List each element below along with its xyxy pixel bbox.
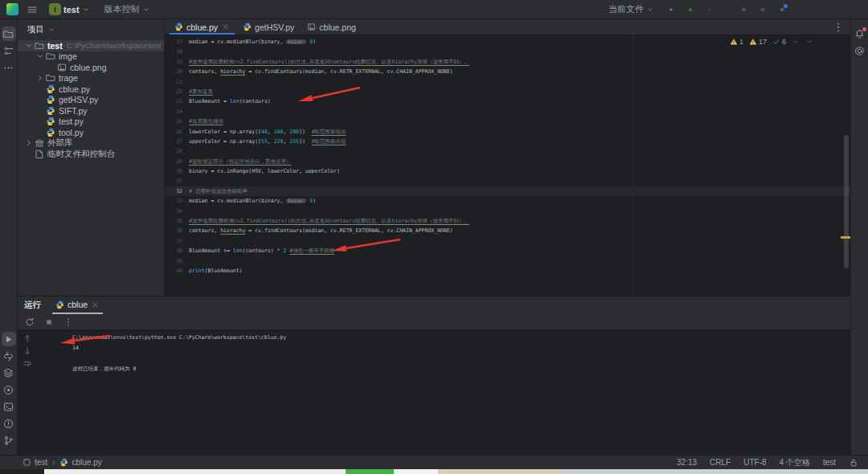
status-indent-style[interactable]: 4 个空格 (780, 457, 810, 468)
add-user-icon[interactable] (738, 4, 749, 15)
code-line[interactable]: 31 (165, 176, 850, 186)
project-widget[interactable]: t test (46, 2, 93, 17)
tab-options-icon[interactable] (833, 22, 844, 33)
code-line[interactable]: 29#提取指定部分（指定区域变白，其他变黑） (165, 157, 850, 166)
tree-item-cblue.png[interactable]: cblue.png (18, 62, 164, 73)
tree-item-imge[interactable]: imge (18, 51, 164, 63)
rail-project-folder-button[interactable] (2, 27, 16, 41)
code-line[interactable]: 27upperColor = np.array([55, 220, 255]) … (165, 137, 850, 146)
line-number[interactable]: 28 (165, 146, 189, 156)
code-line[interactable]: 34 (165, 206, 850, 216)
tree-item-test.py[interactable]: test.py (18, 116, 164, 128)
rail-run-button[interactable] (2, 332, 16, 346)
code-line[interactable]: 22#累加蓝量 (165, 87, 850, 96)
status-file-encoding[interactable]: UTF-8 (743, 458, 766, 467)
scroll-up-icon[interactable] (23, 333, 32, 343)
code-line[interactable]: 23BlueAmount = len(contours) (165, 96, 850, 106)
breadcrumb-item-test[interactable]: test (23, 458, 47, 467)
tree-item-SIFT.py[interactable]: SIFT.py (18, 105, 164, 116)
code-line[interactable]: 30binary = cv.inRange(HSV, lowerColor, u… (165, 166, 850, 176)
line-number[interactable]: 30 (165, 166, 189, 176)
line-number[interactable]: 36 (165, 226, 189, 235)
run-button[interactable] (665, 4, 677, 15)
line-number[interactable]: 38 (165, 246, 189, 255)
code-line[interactable]: 35#这里使用轮廓检测cv2.findContours()的方法,并且返回con… (165, 216, 850, 226)
rail-structure-button[interactable] (2, 43, 16, 58)
line-number[interactable]: 31 (165, 176, 189, 186)
status-interpreter[interactable]: test (823, 458, 836, 467)
rail-at-sign-button[interactable] (853, 43, 867, 58)
line-number[interactable]: 40 (165, 266, 189, 276)
code-line[interactable]: 20contours, hierachy = cv.findContours(m… (165, 67, 850, 76)
stop-icon[interactable] (44, 317, 54, 327)
code-line[interactable]: 32# 运用中值滤波去除噪声 (165, 186, 850, 196)
line-number[interactable]: 21 (165, 77, 189, 87)
line-number[interactable]: 19 (165, 57, 189, 67)
close-icon[interactable] (91, 300, 100, 309)
code-line[interactable]: 21 (165, 77, 850, 87)
rail-more-button[interactable] (2, 60, 16, 75)
code-line[interactable]: 39 (165, 256, 850, 266)
editor-tab-cblue.py[interactable]: cblue.py (168, 19, 236, 35)
maximize-button[interactable] (829, 4, 842, 15)
rail-profiler-button[interactable] (2, 382, 16, 397)
rerun-icon[interactable] (25, 317, 35, 327)
status-line-separator[interactable]: CRLF (710, 458, 731, 467)
line-number[interactable]: 24 (165, 107, 189, 116)
scroll-down-icon[interactable] (23, 346, 32, 356)
code-line[interactable]: 24 (165, 107, 850, 116)
console-output[interactable]: C:\anaconda3\envs\test\python.exe C:\PyC… (37, 330, 850, 455)
main-menu-icon[interactable] (27, 4, 38, 15)
rail-notifications-button[interactable] (853, 27, 867, 41)
line-number[interactable]: 32 (165, 186, 189, 196)
code-line[interactable]: 37 (165, 236, 850, 246)
tree-item-trage[interactable]: trage (18, 73, 164, 84)
code-line[interactable]: 40print(BlueAmount) (165, 266, 850, 276)
code-editor[interactable]: 17median = cv.medianBlur(binary, ksize: … (165, 35, 850, 296)
code-line[interactable]: 33median = cv.medianBlur(binary, ksize: … (165, 196, 850, 206)
tree-item-getHSV.py[interactable]: getHSV.py (18, 95, 164, 106)
tree-item-tool.py[interactable]: tool.py (18, 127, 164, 138)
line-number[interactable]: 26 (165, 127, 189, 137)
prev-problem-icon[interactable] (792, 38, 800, 46)
minimize-button[interactable] (809, 4, 821, 15)
next-problem-icon[interactable] (805, 38, 813, 46)
code-line[interactable]: 38BlueAmount += len(contours) * 2 #绿色一格等… (165, 246, 850, 255)
line-number[interactable]: 29 (165, 157, 189, 166)
chevron-down-icon[interactable] (47, 26, 55, 34)
line-number[interactable]: 35 (165, 216, 189, 226)
warning-stripe-mark[interactable] (841, 236, 850, 239)
code-line[interactable]: 28 (165, 146, 850, 156)
tree-item-外部库[interactable]: 外部库 (18, 138, 164, 149)
code-line[interactable]: 19#这里使用轮廓检测cv2.findContours()的方法,并且返回con… (165, 57, 850, 67)
line-number[interactable]: 23 (165, 96, 189, 106)
close-icon[interactable] (221, 22, 230, 31)
debug-button[interactable] (685, 4, 696, 15)
rail-terminal-button[interactable] (2, 399, 16, 414)
tree-item-临时文件和控制台[interactable]: 临时文件和控制台 (18, 149, 164, 160)
line-number[interactable]: 22 (165, 87, 189, 96)
inspections-widget[interactable]: 1 17 6 (730, 38, 813, 46)
soft-wrap-icon[interactable] (23, 359, 32, 369)
search-icon[interactable] (757, 4, 768, 15)
code-line[interactable]: 36contours, hierachy = cv.findContours(m… (165, 226, 850, 235)
rail-python-console-button[interactable] (2, 349, 16, 363)
settings-gear-icon[interactable] (776, 4, 788, 15)
line-number[interactable]: 39 (165, 256, 189, 266)
lock-open-icon[interactable] (849, 458, 858, 468)
code-line[interactable]: 25#设置颜色阈值 (165, 116, 850, 126)
run-console-tab[interactable]: cblue (52, 296, 103, 314)
run-configuration-selector[interactable]: 当前文件 (605, 2, 657, 17)
rail-problems-button[interactable] (2, 416, 16, 431)
code-line[interactable]: 26lowerColor = np.array([48, 100, 200]) … (165, 127, 850, 137)
status-caret-position[interactable]: 32:13 (677, 458, 697, 467)
line-number[interactable]: 25 (165, 116, 189, 126)
close-button[interactable] (850, 4, 863, 15)
editor-tab-cblue.png[interactable]: cblue.png (301, 19, 362, 35)
tree-item-test[interactable]: testC:\PyCharm\workspace\test (18, 40, 164, 51)
editor-tab-getHSV.py[interactable]: getHSV.py (236, 19, 301, 35)
rail-git-button[interactable] (2, 433, 16, 447)
rail-services-button[interactable] (2, 366, 16, 380)
line-number[interactable]: 18 (165, 47, 189, 56)
line-number[interactable]: 34 (165, 206, 189, 216)
